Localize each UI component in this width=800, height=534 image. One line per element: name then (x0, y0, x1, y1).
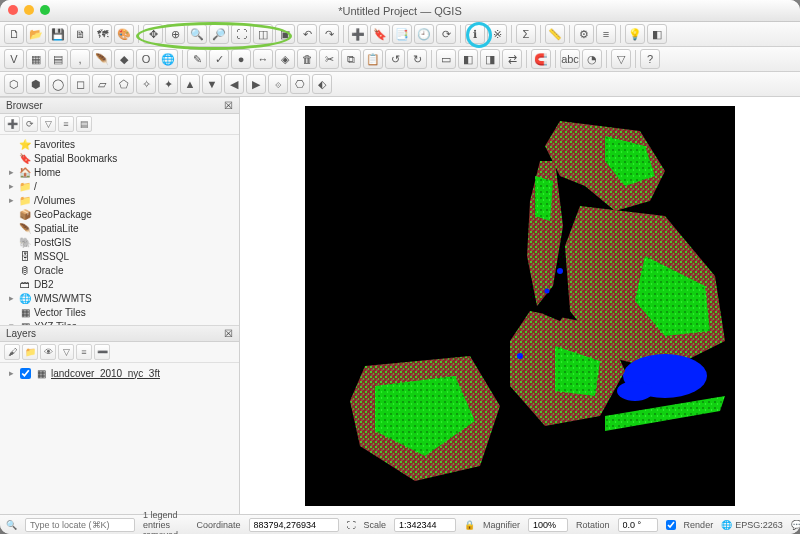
refresh-icon[interactable]: ⟳ (436, 24, 456, 44)
redo-icon[interactable]: ↻ (407, 49, 427, 69)
copy-icon[interactable]: ⧉ (341, 49, 361, 69)
delete-icon[interactable]: 🗑 (297, 49, 317, 69)
add-spatialite-icon[interactable]: 🪶 (92, 49, 112, 69)
browser-item-root[interactable]: ▸📁/ (0, 179, 239, 193)
save-edits-icon[interactable]: ✓ (209, 49, 229, 69)
minimize-window-button[interactable] (24, 5, 34, 15)
undo-icon[interactable]: ↺ (385, 49, 405, 69)
refresh-browser-icon[interactable]: ⟳ (22, 116, 38, 132)
paste-icon[interactable]: 📋 (363, 49, 383, 69)
style-layer-icon[interactable]: 🖌 (4, 344, 20, 360)
toolbox-icon[interactable]: ⚙ (574, 24, 594, 44)
node-tool-icon[interactable]: ◈ (275, 49, 295, 69)
new-map-view-icon[interactable]: ➕ (348, 24, 368, 44)
browser-tree[interactable]: ⭐Favorites🔖Spatial Bookmarks▸🏠Home▸📁/▸📁/… (0, 135, 239, 325)
add-mssql-icon[interactable]: ◆ (114, 49, 134, 69)
messages-icon[interactable]: 💬 (791, 520, 800, 530)
open-project-icon[interactable]: 📂 (26, 24, 46, 44)
digitize-4-icon[interactable]: ◻ (70, 74, 90, 94)
browser-item-spatial-bookmarks[interactable]: 🔖Spatial Bookmarks (0, 151, 239, 165)
zoom-selection-icon[interactable]: ◫ (253, 24, 273, 44)
digitize-6-icon[interactable]: ⬠ (114, 74, 134, 94)
zoom-full-icon[interactable]: ⛶ (231, 24, 251, 44)
digitize-8-icon[interactable]: ✦ (158, 74, 178, 94)
render-checkbox[interactable] (666, 520, 676, 530)
digitize-3-icon[interactable]: ◯ (48, 74, 68, 94)
digitize-15-icon[interactable]: ⬖ (312, 74, 332, 94)
filter-icon[interactable]: ▽ (611, 49, 631, 69)
rotation-input[interactable] (618, 518, 658, 532)
plugins-icon[interactable]: ◧ (647, 24, 667, 44)
zoom-last-icon[interactable]: ↶ (297, 24, 317, 44)
add-layer-icon[interactable]: ➕ (4, 116, 20, 132)
browser-item-favorites[interactable]: ⭐Favorites (0, 137, 239, 151)
style-manager-icon[interactable]: 🎨 (114, 24, 134, 44)
show-bookmarks-icon[interactable]: 📑 (392, 24, 412, 44)
digitize-13-icon[interactable]: ⟐ (268, 74, 288, 94)
layer-visibility-checkbox[interactable] (20, 368, 31, 379)
digitize-11-icon[interactable]: ◀ (224, 74, 244, 94)
browser-item-oracle[interactable]: 🛢Oracle (0, 263, 239, 277)
browser-item-wms[interactable]: ▸🌐WMS/WMTS (0, 291, 239, 305)
digitize-10-icon[interactable]: ▼ (202, 74, 222, 94)
extents-icon[interactable]: ⛶ (347, 520, 356, 530)
layers-list[interactable]: ▸▦landcover_2010_nyc_3ft (0, 363, 239, 514)
statistics-icon[interactable]: Σ (516, 24, 536, 44)
pan-icon[interactable]: ✥ (143, 24, 163, 44)
add-vector-icon[interactable]: V (4, 49, 24, 69)
zoom-in-icon[interactable]: 🔍 (187, 24, 207, 44)
move-feature-icon[interactable]: ↔ (253, 49, 273, 69)
add-mesh-icon[interactable]: ▤ (48, 49, 68, 69)
layout-manager-icon[interactable]: 🗺 (92, 24, 112, 44)
measure-icon[interactable]: 📏 (545, 24, 565, 44)
digitize-2-icon[interactable]: ⬢ (26, 74, 46, 94)
add-feature-icon[interactable]: ● (231, 49, 251, 69)
zoom-out-icon[interactable]: 🔎 (209, 24, 229, 44)
digitize-7-icon[interactable]: ✧ (136, 74, 156, 94)
digitize-9-icon[interactable]: ▲ (180, 74, 200, 94)
browser-item-db2[interactable]: 🗃DB2 (0, 277, 239, 291)
save-project-icon[interactable]: 💾 (48, 24, 68, 44)
layer-row[interactable]: ▸▦landcover_2010_nyc_3ft (4, 365, 235, 381)
coordinate-input[interactable] (249, 518, 339, 532)
scale-input[interactable] (394, 518, 456, 532)
invert-sel-icon[interactable]: ⇄ (502, 49, 522, 69)
expand-all-icon[interactable]: ≡ (76, 344, 92, 360)
identify-icon[interactable]: ℹ (465, 24, 485, 44)
browser-item-postgis[interactable]: 🐘PostGIS (0, 235, 239, 249)
browser-item-vector-tiles[interactable]: ▦Vector Tiles (0, 305, 239, 319)
select-icon[interactable]: ▭ (436, 49, 456, 69)
filter-browser-icon[interactable]: ▽ (40, 116, 56, 132)
show-tips-icon[interactable]: 💡 (625, 24, 645, 44)
edit-pencil-icon[interactable]: ✎ (187, 49, 207, 69)
zoom-window-button[interactable] (40, 5, 50, 15)
digitize-12-icon[interactable]: ▶ (246, 74, 266, 94)
properties-icon[interactable]: ▤ (76, 116, 92, 132)
close-panel-icon[interactable]: ☒ (224, 100, 233, 111)
select-all-icon[interactable]: ◧ (458, 49, 478, 69)
label-icon[interactable]: abc (560, 49, 580, 69)
browser-item-home[interactable]: ▸🏠Home (0, 165, 239, 179)
digitize-5-icon[interactable]: ▱ (92, 74, 112, 94)
zoom-layer-icon[interactable]: ▣ (275, 24, 295, 44)
filter-legend-icon[interactable]: ▽ (58, 344, 74, 360)
close-window-button[interactable] (8, 5, 18, 15)
python-console-icon[interactable]: ≡ (596, 24, 616, 44)
map-canvas[interactable] (240, 97, 800, 514)
digitize-14-icon[interactable]: ⎔ (290, 74, 310, 94)
temporal-controller-icon[interactable]: 🕘 (414, 24, 434, 44)
help-icon[interactable]: ? (640, 49, 660, 69)
action-icon[interactable]: ※ (487, 24, 507, 44)
scale-lock-icon[interactable]: 🔒 (464, 520, 475, 530)
digitize-1-icon[interactable]: ⬡ (4, 74, 24, 94)
diagram-icon[interactable]: ◔ (582, 49, 602, 69)
deselect-icon[interactable]: ◨ (480, 49, 500, 69)
snapping-icon[interactable]: 🧲 (531, 49, 551, 69)
crs-button[interactable]: 🌐 EPSG:2263 (721, 520, 783, 530)
cut-icon[interactable]: ✂ (319, 49, 339, 69)
locator-input[interactable] (25, 518, 135, 532)
add-oracle-icon[interactable]: O (136, 49, 156, 69)
zoom-next-icon[interactable]: ↷ (319, 24, 339, 44)
browser-item-mssql[interactable]: 🗄MSSQL (0, 249, 239, 263)
add-raster-icon[interactable]: ▦ (26, 49, 46, 69)
